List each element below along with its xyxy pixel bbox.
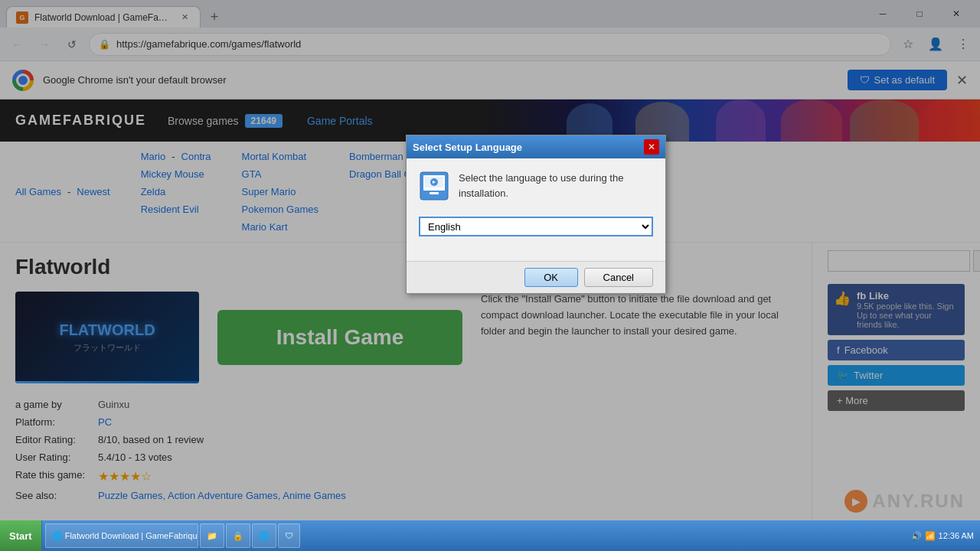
taskbar-items: 🌐 Flatworld Download | GameFabrique 📁 🔒 … [42, 520, 905, 551]
volume-icon: 🔊 [911, 531, 922, 541]
setup-icon [419, 171, 449, 201]
start-btn[interactable]: Start [0, 520, 42, 551]
dialog-buttons: OK Cancel [407, 261, 665, 293]
dialog-body: Select the language to use during the in… [407, 158, 665, 261]
dialog-ok-btn[interactable]: OK [524, 268, 578, 287]
taskbar-chrome-item[interactable]: 🌐 [252, 523, 276, 548]
taskbar-folder-item[interactable]: 📁 [200, 523, 224, 548]
dialog-cancel-btn[interactable]: Cancel [584, 268, 653, 287]
dialog-message: Select the language to use during the in… [459, 171, 653, 201]
taskbar-time: 12:36 AM [939, 531, 974, 540]
taskbar-security-item[interactable]: 🔒 [226, 523, 250, 548]
taskbar-tray: 🔊 📶 12:36 AM [905, 531, 980, 541]
svg-rect-4 [430, 192, 439, 194]
language-select[interactable]: English [419, 217, 653, 236]
dialog-select-wrap: English [419, 217, 653, 236]
taskbar: Start 🌐 Flatworld Download | GameFabriqu… [0, 520, 980, 551]
dialog-header-row: Select the language to use during the in… [419, 171, 653, 201]
dialog-close-btn[interactable]: ✕ [644, 139, 659, 155]
setup-language-dialog: Select Setup Language ✕ Select the langu [406, 135, 666, 294]
dialog-overlay: Select Setup Language ✕ Select the langu [0, 0, 980, 551]
network-icon: 📶 [925, 531, 936, 541]
taskbar-browser-item[interactable]: 🌐 Flatworld Download | GameFabrique [45, 523, 198, 548]
taskbar-antivirus-item[interactable]: 🛡 [278, 523, 300, 548]
dialog-titlebar: Select Setup Language ✕ [407, 135, 665, 158]
dialog-title: Select Setup Language [413, 142, 522, 153]
